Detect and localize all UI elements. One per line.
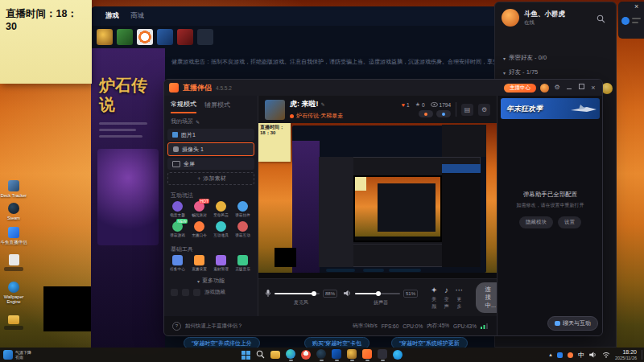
- scene-item-fullscreen[interactable]: 全屏: [167, 158, 254, 170]
- show-desktop-sliver[interactable]: [642, 350, 642, 360]
- diablo-game-icon[interactable]: [177, 29, 193, 45]
- anchor-center-button[interactable]: 主播中心: [504, 84, 536, 93]
- taskbar-search-button[interactable]: [256, 348, 265, 362]
- quick-tool-icon[interactable]: [193, 289, 200, 296]
- interact-item[interactable]: HOT畅玩派对: [188, 201, 210, 218]
- speaker-slider-thumb[interactable]: [376, 291, 381, 296]
- tool-item[interactable]: 素材管理: [210, 255, 232, 272]
- close-icon[interactable]: ×: [589, 84, 597, 92]
- interact-item[interactable]: 至尊风云: [210, 201, 232, 218]
- interact-item[interactable]: 弹幕互动: [232, 221, 254, 238]
- edit-pencil-icon[interactable]: ✎: [196, 119, 200, 125]
- interact-item[interactable]: 主播口令: [188, 221, 210, 238]
- desktop-icon-deck-tracker[interactable]: Deck Tracker: [0, 180, 27, 198]
- sticky-note[interactable]: 直播时间：18：30: [0, 0, 92, 84]
- taskbar-app-steam[interactable]: [316, 349, 326, 361]
- speaker-slider[interactable]: [355, 293, 400, 294]
- launcher-tab-games[interactable]: 游戏: [105, 11, 119, 21]
- friend-group-row[interactable]: ▾ 好友 - 1/75: [503, 68, 538, 76]
- user-avatar[interactable]: [502, 9, 519, 27]
- stream-tools-button[interactable]: ⚙: [478, 104, 490, 116]
- tray-app-icon[interactable]: [568, 352, 573, 358]
- taskbar-app-battlenet[interactable]: [332, 349, 341, 361]
- room-tag-pill[interactable]: [419, 110, 433, 117]
- hide-modules-button[interactable]: 隐藏模块: [519, 216, 553, 228]
- mobile-stream-button[interactable]: ▤: [461, 104, 473, 116]
- tray-chevron-up-icon[interactable]: ▴: [549, 352, 552, 358]
- tool-item[interactable]: 直播设置: [188, 255, 210, 272]
- taskbar-clock[interactable]: 18:20 2025/11/26: [615, 349, 637, 361]
- add-material-button[interactable]: ＋ 添加素材: [167, 172, 254, 185]
- mic-slider[interactable]: [275, 293, 320, 294]
- start-button[interactable]: [242, 351, 250, 360]
- interact-item[interactable]: 弹幕挂件: [232, 201, 254, 218]
- taskbar-app-hearthstone[interactable]: [347, 349, 357, 361]
- more-tools-button[interactable]: ⋯ 更多: [455, 286, 463, 311]
- desktop-icon-wallpaper-engine[interactable]: Wallpaper Engine: [0, 282, 27, 304]
- mic-slider-thumb[interactable]: [312, 291, 316, 296]
- rewards-emblem-icon[interactable]: [601, 83, 613, 94]
- taskbar-app-qq[interactable]: [393, 350, 402, 360]
- quick-tool-icon[interactable]: [171, 289, 178, 296]
- close-icon[interactable]: ×: [634, 2, 638, 10]
- beauty-button[interactable]: ✦ 美颜: [431, 286, 437, 311]
- more-games-icon[interactable]: [197, 29, 213, 45]
- interact-label: 互动道具: [212, 233, 230, 238]
- taskbar-weather-widget[interactable]: 气温下降 有雨: [3, 350, 31, 360]
- taskbar-app-browser[interactable]: [301, 350, 311, 360]
- overwatch-game-icon[interactable]: [137, 29, 153, 45]
- taskbar-app-edge[interactable]: [286, 349, 295, 361]
- desktop-icon-steam[interactable]: Steam: [0, 203, 27, 220]
- warcraft-game-icon[interactable]: [157, 29, 173, 45]
- room-title: 虎: 来啦!: [290, 99, 319, 109]
- tray-app-icon[interactable]: [557, 352, 563, 358]
- chat-interaction-button[interactable]: 聊天与互动: [547, 316, 598, 331]
- edit-pencil-icon[interactable]: ✎: [321, 101, 325, 107]
- stream-preview[interactable]: 直播时间：18：30: [258, 123, 497, 278]
- event-banner[interactable]: 年末狂欢季: [501, 98, 600, 119]
- qq-icon: [393, 350, 402, 360]
- stream-preview-mini: 直播时间：18：30: [258, 123, 497, 278]
- maximize-icon[interactable]: [577, 84, 585, 92]
- tool-item[interactable]: 正版音乐: [232, 255, 254, 272]
- room-tag-pill[interactable]: [436, 110, 451, 117]
- panel-settings-button[interactable]: 设置: [558, 216, 581, 228]
- desktop-icon-unknown-2[interactable]: [0, 315, 27, 330]
- widget-app-icon[interactable]: [621, 17, 630, 25]
- taskbar-app-explorer[interactable]: [270, 351, 280, 359]
- search-icon[interactable]: [597, 12, 605, 27]
- room-cover-thumbnail[interactable]: [265, 100, 285, 120]
- more-functions-toggle[interactable]: ▾ 更多功能: [164, 275, 258, 286]
- tab-normal-mode[interactable]: 常规模式: [171, 97, 196, 113]
- friend-group-row[interactable]: ▾ 亲密好友 - 0/0: [503, 54, 547, 62]
- chevron-down-icon: ▾: [503, 56, 506, 61]
- launcher-tab-shop[interactable]: 商城: [130, 11, 144, 21]
- volume-icon[interactable]: [589, 352, 597, 358]
- interact-icon: [216, 201, 226, 212]
- wifi-icon[interactable]: [602, 352, 610, 358]
- wow-game-icon[interactable]: [117, 29, 133, 45]
- quick-tool-icon[interactable]: [182, 289, 189, 296]
- settings-gear-icon[interactable]: ⚙: [553, 84, 561, 92]
- desktop-icon-douyu-companion[interactable]: 斗鱼直播伴侣: [0, 227, 27, 245]
- streamer-avatar[interactable]: [540, 84, 549, 93]
- tool-label: 正版音乐: [233, 267, 252, 272]
- tab-secondary-mode[interactable]: 辅屏模式: [204, 101, 230, 109]
- hide-game-link[interactable]: 游戏隐藏: [204, 289, 225, 296]
- interact-item[interactable]: 电音主题: [167, 201, 188, 218]
- desktop-icon-unknown-1[interactable]: [0, 254, 27, 271]
- voice-change-button[interactable]: ♪ 变声: [444, 286, 448, 311]
- interact-item[interactable]: NEW弹幕游戏: [167, 221, 188, 238]
- hearthstone-game-icon[interactable]: [97, 29, 113, 45]
- interact-item[interactable]: 互动道具: [210, 221, 232, 238]
- ime-indicator[interactable]: 中: [578, 351, 584, 360]
- widget-text-line: [632, 22, 638, 23]
- scene-item-camera1[interactable]: 摄像头 1: [167, 142, 254, 156]
- taskbar-app-companion[interactable]: [378, 349, 387, 361]
- taskbar-app-douyu[interactable]: [362, 349, 372, 361]
- scene-item-image1[interactable]: 图片1: [167, 129, 254, 141]
- minimize-icon[interactable]: [565, 84, 573, 92]
- help-link[interactable]: 如何快速上手直播伴侣？: [185, 323, 243, 330]
- tool-item[interactable]: 任务中心: [167, 255, 188, 272]
- room-category[interactable]: 炉石传说·天梯暴走: [296, 112, 343, 120]
